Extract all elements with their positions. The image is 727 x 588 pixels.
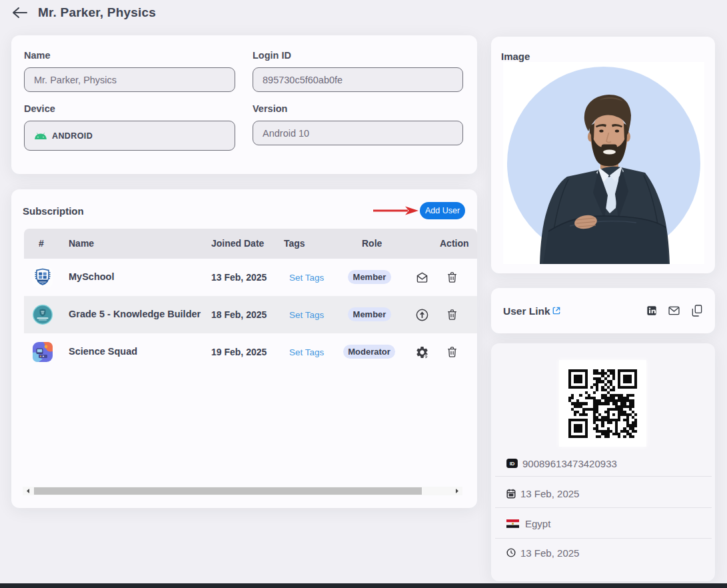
svg-text:ID: ID: [510, 461, 515, 467]
